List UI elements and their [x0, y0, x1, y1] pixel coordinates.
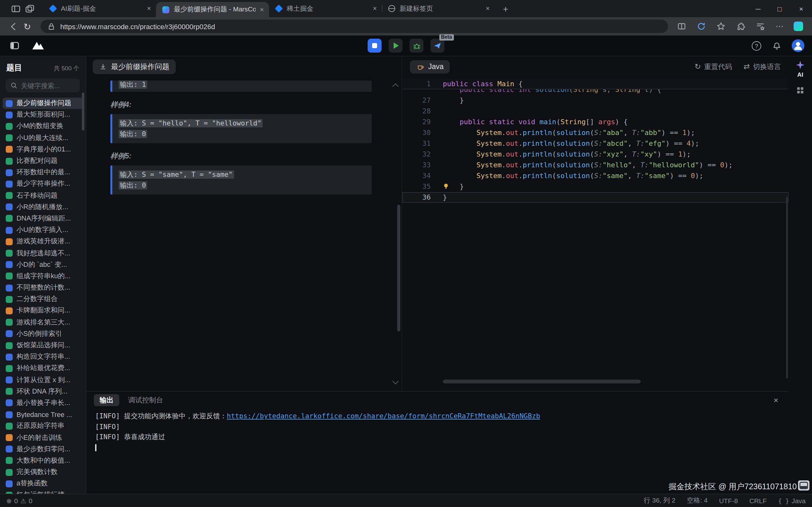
problem-list-item[interactable]: 游戏排名第三大... — [3, 317, 83, 328]
workspaces-icon[interactable] — [23, 2, 37, 15]
problem-list-item[interactable]: 小R的随机播放... — [3, 201, 83, 213]
code-line[interactable]: 32 System.out.println(solution(S:"xyz", … — [402, 149, 789, 160]
problem-list-item[interactable]: 大数和中的极值... — [3, 455, 83, 466]
minimize-button[interactable]: ─ — [747, 0, 769, 17]
problem-list-item[interactable]: 饭馆菜品选择问... — [3, 340, 83, 351]
code-line[interactable]: 28 — [402, 106, 789, 117]
editor-vscrollbar[interactable] — [786, 197, 788, 378]
address-bar[interactable]: https://www.marscode.cn/practice/r3j6000… — [41, 20, 668, 33]
problem-list-item[interactable]: 游戏英雄升级潜... — [3, 236, 83, 247]
run-button[interactable] — [389, 39, 403, 53]
language-chip[interactable]: Java — [410, 60, 450, 73]
problem-list-item[interactable]: 计算从位置 x 到... — [3, 374, 83, 386]
status-item[interactable]: UTF-8 — [719, 497, 738, 504]
problem-list-item[interactable]: 我好想逃却逃不... — [3, 247, 83, 259]
problem-list-item[interactable]: 比赛配对问题 — [3, 155, 83, 167]
marscode-logo[interactable] — [31, 41, 46, 50]
tab-close-icon[interactable]: × — [260, 6, 264, 13]
editor-lines[interactable]: 1public class Main { public static int s… — [402, 77, 789, 203]
console-link[interactable]: https://bytedance.larkoffice.com/share/b… — [227, 412, 540, 420]
notifications-icon[interactable] — [769, 39, 783, 53]
problem-list-item[interactable]: 小U的最大连续... — [3, 132, 83, 144]
problem-list-item[interactable]: 环状 DNA 序列... — [3, 386, 83, 397]
problem-list-item[interactable]: 补给站最优花费... — [3, 363, 83, 374]
code-line[interactable]: 33 System.out.println(solution(S:"hello"… — [402, 160, 789, 170]
code-line[interactable]: 34 System.out.println(solution(S:"same",… — [402, 170, 789, 181]
problem-list-item[interactable]: 最小替换子串长... — [3, 397, 83, 409]
refresh-button[interactable]: ↻ — [20, 19, 34, 33]
problem-list-item[interactable]: 小E的射击训练 — [3, 432, 83, 443]
debug-button[interactable] — [409, 39, 423, 53]
extensions-icon[interactable] — [734, 20, 746, 32]
problems-indicator[interactable]: ⊗0 ⚠0 — [6, 497, 32, 504]
code-line[interactable]: 31 System.out.println(solution(S:"abcd",… — [402, 138, 789, 149]
problem-list-item[interactable]: 最少前缀操作问题 — [3, 98, 83, 109]
help-icon[interactable]: ? — [752, 41, 761, 50]
switch-language-button[interactable]: ⇄切换语言 — [744, 62, 781, 71]
layout-button[interactable] — [368, 39, 382, 53]
problem-list-item[interactable]: 小M的数组变换 — [3, 121, 83, 132]
maximize-button[interactable]: □ — [769, 0, 791, 17]
problem-list-item[interactable]: 小D的 `abc` 变... — [3, 259, 83, 270]
user-avatar[interactable] — [792, 39, 804, 52]
console-cursor-line[interactable] — [95, 443, 780, 453]
problem-list-item[interactable]: 红包运气排行榜 — [3, 490, 83, 494]
close-window-button[interactable]: × — [791, 0, 812, 17]
problem-list-item[interactable]: DNA序列编辑距... — [3, 213, 83, 224]
editor-hscrollbar[interactable] — [443, 380, 641, 383]
problem-list-item[interactable]: 最少步数归零问... — [3, 443, 83, 455]
code-line[interactable]: 36} — [402, 192, 789, 203]
reset-code-button[interactable]: ↻重置代码 — [695, 62, 732, 71]
problem-list-item[interactable]: 最大矩形面积问... — [3, 109, 83, 120]
search-box[interactable] — [6, 78, 80, 93]
favorites-icon[interactable] — [715, 20, 726, 32]
ai-assistant-button[interactable]: AI — [789, 60, 812, 78]
collections-icon[interactable] — [754, 20, 766, 32]
code-line[interactable]: 29 public static void main(String[] args… — [402, 117, 789, 127]
copilot-icon[interactable] — [794, 21, 803, 31]
sidebar-toggle-icon[interactable] — [8, 39, 21, 53]
problem-list-item[interactable]: 最少字符串操作... — [3, 178, 83, 190]
submit-button[interactable]: Beta — [430, 39, 444, 53]
code-line[interactable]: 35 } — [402, 181, 789, 192]
split-screen-icon[interactable] — [676, 20, 687, 32]
problem-title-chip[interactable]: 最少前缀操作问题 — [93, 59, 176, 74]
problem-list-item[interactable]: 组成字符串ku的... — [3, 271, 83, 282]
problem-list-item[interactable]: 卡牌翻面求和问... — [3, 305, 83, 317]
browser-tab[interactable]: 最少前缀操作问题 - MarsCode × — [156, 2, 269, 17]
new-tab-button[interactable]: + — [499, 2, 513, 15]
browser-tab[interactable]: 稀土掘金 × — [269, 0, 382, 17]
code-line[interactable]: 27 } — [402, 95, 789, 106]
tab-close-icon[interactable]: × — [373, 5, 377, 12]
tab-close-icon[interactable]: × — [486, 5, 490, 12]
panel-toggle-button[interactable] — [798, 481, 809, 491]
tab-close-icon[interactable]: × — [147, 5, 151, 12]
search-input[interactable] — [21, 82, 75, 89]
problem-list-item[interactable]: a替换函数 — [3, 478, 83, 489]
browser-tab[interactable]: 新建标签页 × — [382, 0, 495, 17]
scroll-down-icon[interactable] — [392, 378, 399, 384]
status-item[interactable]: CRLF — [749, 497, 767, 504]
problem-list-item[interactable]: Bytedance Tree ... — [3, 409, 83, 420]
problem-list-item[interactable]: 字典序最小的01... — [3, 144, 83, 155]
problem-scrollbar[interactable] — [397, 205, 400, 331]
tab-output[interactable]: 输出 — [94, 394, 119, 406]
tab-layout-icon[interactable] — [9, 2, 23, 15]
browser-tab[interactable]: AI刷题-掘金 × — [43, 0, 156, 17]
quick-fix-lightbulb-icon[interactable] — [442, 182, 450, 190]
problem-list-item[interactable]: 小U的数字插入... — [3, 224, 83, 236]
problem-list-item[interactable]: 环形数组中的最... — [3, 167, 83, 178]
problem-list-item[interactable]: 构造回文字符串... — [3, 351, 83, 362]
code-line[interactable]: 1public class Main { — [402, 78, 789, 89]
problem-list-item[interactable]: 石子移动问题 — [3, 190, 83, 201]
problem-list-item[interactable]: 还原原始字符串 — [3, 420, 83, 432]
browser-essentials-icon[interactable] — [695, 20, 707, 32]
close-console-icon[interactable]: × — [774, 395, 781, 405]
problem-list-item[interactable]: 不同整数的计数... — [3, 282, 83, 293]
status-item[interactable]: 行 36, 列 2 — [644, 496, 675, 505]
status-language[interactable]: { }Java — [778, 497, 806, 504]
code-line[interactable]: public static int solution(String s, Str… — [402, 89, 789, 95]
problem-list-item[interactable]: 小S的倒排索引 — [3, 328, 83, 340]
more-menu-icon[interactable]: ⋯ — [774, 20, 785, 32]
status-item[interactable]: 空格: 4 — [687, 496, 708, 505]
